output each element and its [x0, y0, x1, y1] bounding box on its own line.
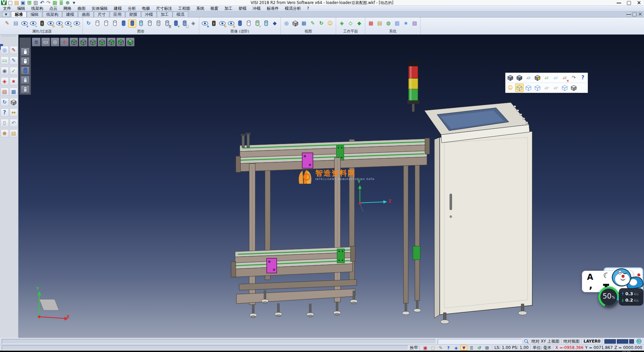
- layer-palette-icon[interactable]: ▤: [1, 88, 9, 96]
- view-right-icon[interactable]: [116, 38, 125, 46]
- toolbar-grip[interactable]: [2, 36, 16, 38]
- wireframe-icon[interactable]: [524, 84, 533, 92]
- measure-icon[interactable]: ↔: [10, 108, 18, 117]
- spline-edit-icon[interactable]: ∗: [10, 77, 18, 85]
- layer-cyl-outline2-icon[interactable]: [21, 57, 30, 65]
- system-tools-icon[interactable]: ◍: [384, 19, 392, 28]
- layer-color-swatch[interactable]: [604, 339, 616, 344]
- refresh-visibility-icon[interactable]: ↻: [47, 19, 55, 28]
- menu-wireframe[interactable]: 线架构: [28, 6, 46, 11]
- tab-die[interactable]: 冲模: [141, 11, 157, 17]
- new-file-icon[interactable]: ▢: [7, 0, 13, 5]
- options-wheel-icon[interactable]: ⊕: [1, 129, 9, 137]
- cylinder-group-icon[interactable]: ≣: [163, 19, 171, 28]
- help-icon[interactable]: ?: [579, 74, 587, 82]
- auto-rotate-icon[interactable]: ↺: [476, 345, 483, 351]
- cylinder-transparent-icon[interactable]: [137, 19, 145, 28]
- view-top-icon[interactable]: [79, 38, 88, 46]
- minimize-button[interactable]: —: [614, 0, 624, 6]
- tab-wireframe[interactable]: 线架构: [43, 11, 62, 17]
- grid-plane-icon[interactable]: ▨: [411, 19, 419, 28]
- window-split-icon[interactable]: ⊞: [484, 345, 490, 351]
- snap-settings-icon[interactable]: ∗: [402, 19, 410, 28]
- menu-pointcloud[interactable]: 点云: [46, 6, 60, 11]
- menu-window[interactable]: 视窗: [207, 6, 221, 11]
- viewport-menu-icon[interactable]: ≡: [32, 38, 41, 46]
- online-globe-icon[interactable]: [636, 339, 642, 344]
- customize-quick-access-icon[interactable]: ▾: [71, 0, 77, 5]
- plane-section-icon[interactable]: ▱: [551, 84, 560, 92]
- view-left-icon[interactable]: [107, 38, 116, 46]
- material-table-icon[interactable]: ▤: [376, 19, 384, 28]
- view-back-icon[interactable]: [98, 38, 106, 46]
- translucent-cylinder-icon[interactable]: [262, 19, 270, 28]
- close-button[interactable]: ×: [634, 0, 644, 6]
- tab-mold[interactable]: 塑膜: [125, 11, 141, 17]
- trash-icon[interactable]: ▯: [1, 119, 9, 127]
- solid-wire-icon[interactable]: [560, 84, 569, 92]
- curvature-map-icon[interactable]: ▱: [551, 74, 560, 82]
- grid-view-icon[interactable]: ▦: [300, 19, 308, 28]
- zoom-solid-icon[interactable]: ◉: [1, 67, 9, 75]
- refresh-view-icon[interactable]: ↻: [317, 19, 325, 28]
- mdi-minimize-button[interactable]: —: [626, 12, 631, 16]
- cylinder-add-icon[interactable]: +: [172, 19, 180, 28]
- menu-drawing[interactable]: 工程图: [175, 6, 193, 11]
- cylinder-wireframe-icon[interactable]: [93, 19, 101, 28]
- search-icon[interactable]: [523, 339, 530, 344]
- title-bar[interactable]: V▢▤▣⊞▥↶↷▦≣⊕▾ VISI 2018 R2 from Vero Soft…: [0, 0, 644, 6]
- world-icon[interactable]: ⊕: [65, 0, 70, 5]
- fillet-icon[interactable]: ↷: [570, 74, 578, 82]
- folder-open-icon[interactable]: ▤: [10, 129, 18, 137]
- grid-window-icon[interactable]: ▦: [10, 88, 18, 96]
- solid-view-icon[interactable]: [570, 84, 578, 92]
- import-icon[interactable]: ⊞: [26, 0, 32, 5]
- draw-brush-icon[interactable]: ✎: [437, 345, 444, 351]
- solid-cylinder-icon[interactable]: [236, 19, 244, 28]
- show-more-icon[interactable]: +: [64, 19, 72, 28]
- render-smiley-icon[interactable]: ☺: [326, 19, 334, 28]
- menu-electrode[interactable]: 电极: [139, 6, 153, 11]
- tab-standard[interactable]: 标准: [11, 11, 26, 17]
- wireframe-active-icon[interactable]: [515, 84, 524, 92]
- active-layer-label[interactable]: LAYER0: [584, 339, 600, 344]
- tab-flow[interactable]: 模流: [173, 11, 188, 17]
- tab-apply[interactable]: 应用: [110, 11, 125, 17]
- solid-cube-icon[interactable]: [10, 98, 18, 106]
- view-mode-label[interactable]: 绝对 XY 上视图: [532, 339, 559, 344]
- mdi-close-button[interactable]: ×: [638, 12, 643, 16]
- cylinder-outline-icon[interactable]: [102, 19, 110, 28]
- cylinder-shaded-edges-icon[interactable]: [128, 19, 136, 28]
- tab-edit[interactable]: 编辑: [27, 11, 42, 17]
- active-color-swatch[interactable]: [629, 339, 634, 344]
- maximize-button[interactable]: ▢: [624, 0, 634, 6]
- layer-cyl-hatch-icon[interactable]: [21, 85, 30, 93]
- cylinder-light-icon[interactable]: [146, 19, 154, 28]
- view-cube-icon[interactable]: [291, 19, 299, 28]
- mdi-restore-button[interactable]: ▢: [632, 12, 637, 16]
- menu-system[interactable]: 系统: [193, 6, 207, 11]
- workplane-standard-icon[interactable]: ◈: [338, 19, 346, 28]
- tab-machining[interactable]: 加工: [157, 11, 172, 17]
- refresh-model-icon[interactable]: ↻: [1, 98, 9, 106]
- visi-logo-icon[interactable]: V: [1, 0, 7, 5]
- plane-view-icon[interactable]: ▱: [542, 84, 551, 92]
- color-table-icon[interactable]: ▦: [367, 19, 375, 28]
- cylinder-hatch-icon[interactable]: [154, 19, 162, 28]
- layer-cyl-outline-icon[interactable]: [21, 48, 30, 56]
- view-iso-icon[interactable]: [69, 38, 78, 46]
- wireframe-hidden-icon[interactable]: [533, 84, 542, 92]
- binocular-view-icon[interactable]: ∗: [201, 19, 209, 28]
- search-input[interactable]: [438, 339, 522, 344]
- snap-3d-icon[interactable]: ◈: [453, 345, 460, 351]
- display-settings-icon[interactable]: ◈: [189, 19, 197, 28]
- cylinder-box-icon[interactable]: ▢: [180, 19, 189, 28]
- ucs-axes-icon[interactable]: ◈: [1, 77, 9, 85]
- show-entities-icon[interactable]: +: [20, 19, 29, 28]
- absolute-view-label[interactable]: 绝对视图: [564, 339, 580, 344]
- axes-view-icon[interactable]: +: [60, 38, 69, 46]
- pick-box-icon[interactable]: ▢: [430, 345, 436, 351]
- tab-dimension[interactable]: 尺寸: [94, 11, 109, 17]
- menu-dimension[interactable]: 尺寸标注: [153, 6, 175, 11]
- tab-dropdown-button[interactable]: ▼: [2, 12, 10, 17]
